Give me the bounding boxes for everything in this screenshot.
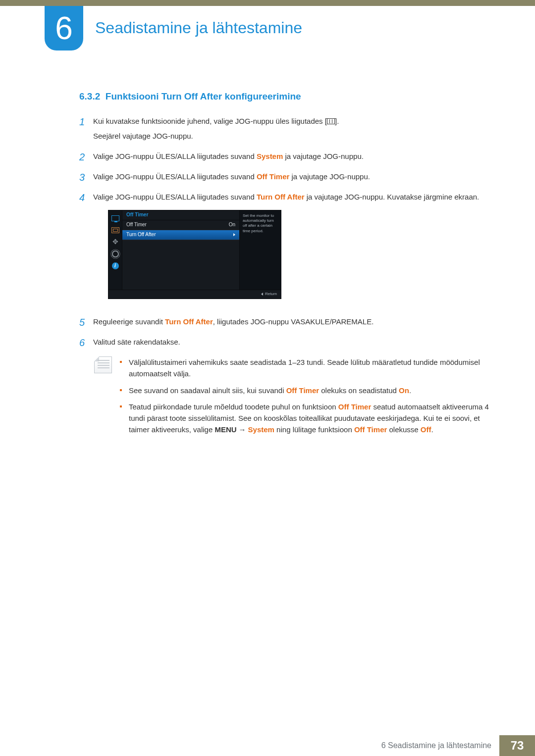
keyword-menu: MENU (214, 425, 236, 434)
keyword-on: On (399, 386, 409, 395)
osd-title: Off Timer (122, 210, 239, 220)
keyword-system: System (248, 425, 274, 434)
osd-main: Off Timer Off Timer On Turn Off After (122, 210, 239, 290)
step-body: Valitud säte rakendatakse. (93, 336, 495, 351)
section-number: 6.3.2 (79, 91, 100, 101)
step-number: 3 (79, 171, 93, 185)
text: Valige JOG-nuppu ÜLES/ALLA liigutades su… (93, 193, 257, 201)
osd-row-label: Turn Off After (126, 231, 156, 239)
note-icon (94, 356, 112, 373)
step-5: 5 Reguleerige suvandit Turn Off After, l… (79, 316, 495, 330)
osd-footer: Return (108, 290, 281, 299)
text: Teatud piirkondade turule mõeldud toodet… (129, 403, 338, 411)
step-number: 5 (79, 316, 93, 330)
keyword-off-timer: Off Timer (354, 425, 387, 434)
osd-row-label: Off Timer (126, 221, 147, 229)
text: olekuks on seadistatud (319, 386, 399, 395)
page-number-badge: 73 (499, 735, 535, 756)
footer-chapter-title: 6 Seadistamine ja lähtestamine (374, 735, 499, 756)
keyword-turn-off-after: Turn Off After (165, 317, 213, 326)
page-footer: 6 Seadistamine ja lähtestamine 73 (0, 735, 535, 756)
note-item: Väljalülitustaimeri vahemikuks saate sea… (120, 356, 495, 380)
note-list: Väljalülitustaimeri vahemikuks saate sea… (120, 356, 495, 441)
step-6: 6 Valitud säte rakendatakse. (79, 336, 495, 351)
text: ning lülitage funktsioon (274, 425, 354, 434)
chapter-header: 6 Seadistamine ja lähtestamine (45, 6, 535, 50)
text: , liigutades JOG-nuppu VASAKULE/PAREMALE… (213, 317, 374, 326)
arrow-right-icon: → (239, 425, 246, 434)
step-body: Kui kuvatakse funktsioonide juhend, vali… (93, 115, 495, 145)
keyword-off-timer: Off Timer (338, 403, 371, 411)
text: Valige JOG-nuppu ÜLES/ALLA liigutades su… (93, 152, 257, 160)
text: See suvand on saadaval ainult siis, kui … (129, 386, 286, 395)
step-body: Valige JOG-nuppu ÜLES/ALLA liigutades su… (93, 151, 495, 165)
gear-icon (108, 248, 122, 260)
page-content: 6.3.2 Funktsiooni Turn Off After konfigu… (79, 89, 495, 441)
step-number: 1 (79, 115, 93, 145)
note-item: See suvand on saadaval ainult siis, kui … (120, 385, 495, 396)
step-number: 4 (79, 191, 93, 309)
chapter-number-badge: 6 (45, 6, 83, 50)
keyword-turn-off-after: Turn Off After (257, 193, 305, 201)
note-block: Väljalülitustaimeri vahemikuks saate sea… (94, 356, 495, 441)
osd-return-label: Return (265, 291, 277, 297)
text: Seejärel vajutage JOG-nuppu. (93, 130, 495, 142)
step-number: 6 (79, 336, 93, 351)
osd-screenshot: ✥ i Off Timer Off Timer On (108, 210, 495, 299)
keyword-off-timer: Off Timer (286, 386, 319, 395)
step-body: Reguleerige suvandit Turn Off After, lii… (93, 316, 495, 330)
top-color-bar (0, 0, 535, 6)
text: Reguleerige suvandit (93, 317, 165, 326)
keyword-off: Off (421, 425, 431, 434)
osd-row-turn-off-after: Turn Off After (122, 230, 239, 240)
text: Valige JOG-nuppu ÜLES/ALLA liigutades su… (93, 172, 257, 181)
osd-panel: ✥ i Off Timer Off Timer On (108, 210, 281, 299)
text: ja vajutage JOG-nuppu. (289, 172, 370, 181)
text: . (409, 386, 411, 395)
osd-sidebar: ✥ i (108, 210, 122, 290)
text: ja vajutage JOG-nuppu. Kuvatakse järgmin… (305, 193, 480, 201)
chevron-right-icon (233, 233, 235, 236)
step-number: 2 (79, 151, 93, 165)
monitor-icon (108, 212, 122, 224)
menu-icon (327, 118, 335, 124)
step-list: 1 Kui kuvatakse funktsioonide juhend, va… (79, 115, 495, 351)
text: olekusse (387, 425, 421, 434)
section-heading: 6.3.2 Funktsiooni Turn Off After konfigu… (79, 89, 495, 103)
step-1: 1 Kui kuvatakse funktsioonide juhend, va… (79, 115, 495, 145)
info-icon: i (108, 260, 122, 272)
step-2: 2 Valige JOG-nuppu ÜLES/ALLA liigutades … (79, 151, 495, 165)
picture-icon (108, 224, 122, 236)
text: . (431, 425, 433, 434)
keyword-system: System (257, 152, 283, 160)
arrows-icon: ✥ (108, 236, 122, 248)
text: Valitud säte rakendatakse. (93, 336, 495, 348)
step-body: Valige JOG-nuppu ÜLES/ALLA liigutades su… (93, 171, 495, 185)
step-4: 4 Valige JOG-nuppu ÜLES/ALLA liigutades … (79, 191, 495, 309)
osd-row-off-timer: Off Timer On (122, 220, 239, 230)
chevron-left-icon (261, 293, 263, 296)
text: ]. (335, 117, 339, 125)
step-body: Valige JOG-nuppu ÜLES/ALLA liigutades su… (93, 191, 495, 309)
osd-row-value: On (229, 221, 235, 229)
text: ja vajutage JOG-nuppu. (283, 152, 364, 160)
step-3: 3 Valige JOG-nuppu ÜLES/ALLA liigutades … (79, 171, 495, 185)
osd-description: Set the monitor to automatically turn of… (239, 210, 281, 290)
text: Kui kuvatakse funktsioonide juhend, vali… (93, 117, 327, 125)
chapter-title: Seadistamine ja lähtestamine (95, 16, 302, 41)
note-item: Teatud piirkondade turule mõeldud toodet… (120, 401, 495, 436)
keyword-off-timer: Off Timer (257, 172, 289, 181)
osd-empty-area (122, 240, 239, 290)
section-title: Funktsiooni Turn Off After konfigureerim… (106, 91, 301, 101)
